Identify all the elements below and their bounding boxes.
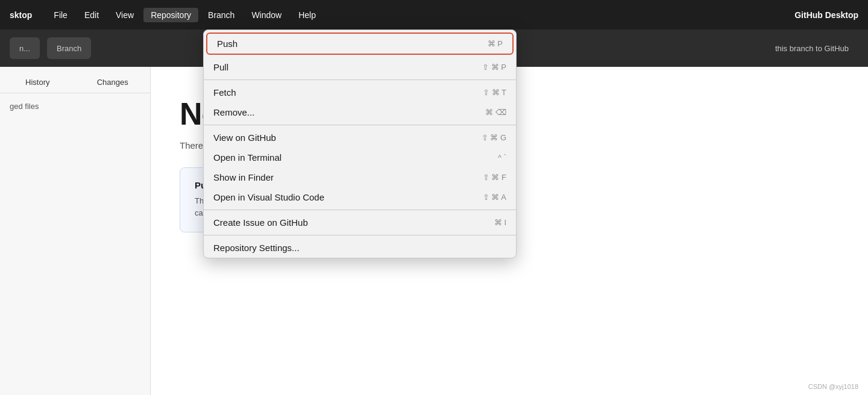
menu-help[interactable]: Help <box>291 8 323 22</box>
menu-item-push[interactable]: Push ⌘ P <box>207 34 512 54</box>
toolbar-publish-text: this branch to GitHub <box>775 44 858 53</box>
menu-file[interactable]: File <box>46 8 75 22</box>
remove-shortcut: ⌘ ⌫ <box>485 108 506 117</box>
open-vscode-label: Open in Visual Studio Code <box>213 192 324 202</box>
sidebar-tab-history[interactable]: History <box>0 72 75 93</box>
toolbar-branch-btn[interactable]: Branch <box>47 37 91 59</box>
app-title: GitHub Desktop <box>794 10 858 20</box>
open-vscode-shortcut: ⇧ ⌘ A <box>483 193 506 202</box>
sidebar-tabs: History Changes <box>0 72 150 93</box>
create-issue-shortcut: ⌘ I <box>494 218 506 227</box>
push-highlighted-wrapper: Push ⌘ P <box>206 33 514 55</box>
separator-4 <box>204 235 516 235</box>
open-terminal-shortcut: ^ ` <box>498 153 506 162</box>
sidebar-section-label: ged files <box>0 93 150 114</box>
menu-item-pull[interactable]: Pull ⇧ ⌘ P <box>204 57 516 77</box>
separator-2 <box>204 125 516 125</box>
pull-label: Pull <box>213 62 228 72</box>
pull-shortcut: ⇧ ⌘ P <box>482 63 506 72</box>
sidebar: History Changes ged files <box>0 67 151 395</box>
app-name: sktop <box>10 10 32 20</box>
create-issue-label: Create Issue on GitHub <box>213 217 308 228</box>
remove-label: Remove... <box>213 107 254 117</box>
repo-settings-label: Repository Settings... <box>213 243 300 253</box>
menubar: sktop File Edit View Repository Branch W… <box>0 0 868 30</box>
sidebar-tab-changes[interactable]: Changes <box>75 72 151 93</box>
watermark: CSDN @xyj1018 <box>808 383 858 390</box>
menu-item-fetch[interactable]: Fetch ⇧ ⌘ T <box>204 82 516 102</box>
menu-item-open-vscode[interactable]: Open in Visual Studio Code ⇧ ⌘ A <box>204 187 516 207</box>
toolbar-repo-btn[interactable]: n... <box>10 37 40 59</box>
push-shortcut: ⌘ P <box>488 39 503 48</box>
separator-3 <box>204 210 516 210</box>
menu-item-remove[interactable]: Remove... ⌘ ⌫ <box>204 102 516 122</box>
view-github-shortcut: ⇧ ⌘ G <box>482 133 506 142</box>
fetch-shortcut: ⇧ ⌘ T <box>483 88 506 97</box>
menu-window[interactable]: Window <box>244 8 289 22</box>
show-finder-label: Show in Finder <box>213 172 274 182</box>
menu-item-open-terminal[interactable]: Open in Terminal ^ ` <box>204 148 516 167</box>
push-label: Push <box>217 39 237 49</box>
menu-items: File Edit View Repository Branch Window … <box>46 8 323 22</box>
menu-item-create-issue[interactable]: Create Issue on GitHub ⌘ I <box>204 213 516 232</box>
menu-item-show-finder[interactable]: Show in Finder ⇧ ⌘ F <box>204 167 516 187</box>
menu-item-repo-settings[interactable]: Repository Settings... <box>204 238 516 258</box>
fetch-label: Fetch <box>213 87 236 98</box>
menu-view[interactable]: View <box>108 8 141 22</box>
separator-1 <box>204 79 516 80</box>
open-terminal-label: Open in Terminal <box>213 152 281 163</box>
repository-dropdown[interactable]: Push ⌘ P Pull ⇧ ⌘ P Fetch ⇧ ⌘ T Remove..… <box>203 30 517 258</box>
show-finder-shortcut: ⇧ ⌘ F <box>483 173 506 182</box>
view-github-label: View on GitHub <box>213 132 276 143</box>
menu-branch[interactable]: Branch <box>201 8 242 22</box>
menu-edit[interactable]: Edit <box>77 8 106 22</box>
menu-repository[interactable]: Repository <box>143 8 198 22</box>
menu-item-view-github[interactable]: View on GitHub ⇧ ⌘ G <box>204 128 516 148</box>
